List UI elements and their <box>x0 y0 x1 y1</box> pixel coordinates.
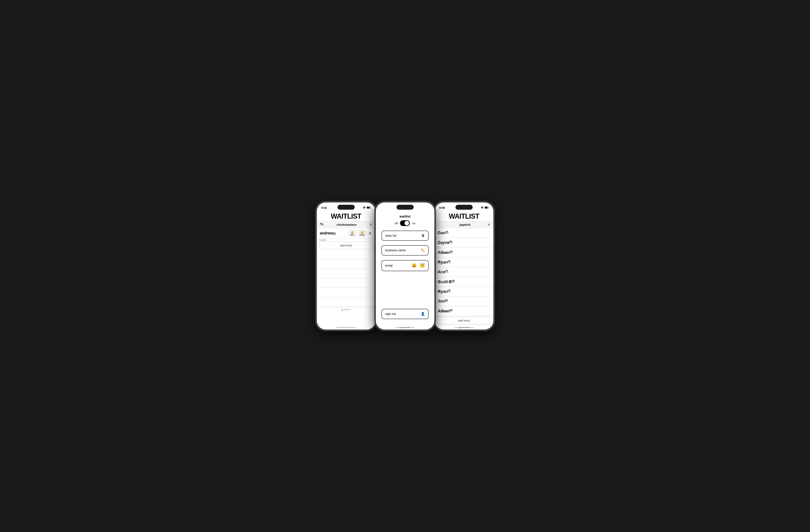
item-name-scottb: Scott B(3) <box>438 279 455 284</box>
business-name-button[interactable]: business name ✏️ <box>382 245 429 256</box>
svg-point-6 <box>482 208 482 209</box>
empty-row-4 <box>317 278 375 288</box>
phone1-time: 5:42 <box>321 206 327 209</box>
phone1-nav-title: chickenpalace <box>337 223 357 226</box>
bell-next-icon: 🔔 <box>351 230 354 233</box>
settings-content: waitlist off on clear list 🗑 <box>376 211 434 325</box>
phone3-shell: 6:58 <box>434 201 495 331</box>
phone3-screen: 6:58 <box>435 203 493 329</box>
phone2-home-indicator <box>395 327 415 328</box>
item-name-aileen1: Aileen(3) <box>438 250 452 255</box>
item-name-aileen2: Aileen(2) <box>438 309 452 313</box>
svg-rect-8 <box>485 207 487 208</box>
toggle-on-label: on <box>412 222 415 225</box>
add-entry-section: 5:40 PM add entry <box>317 238 375 250</box>
phone3-app-title: WAITLIST <box>435 211 493 221</box>
phone2-dynamic-island <box>396 205 414 210</box>
phone1-footer: 🔒 busy.lol <box>317 307 375 312</box>
empty-row-3 <box>317 269 375 278</box>
menu-icon[interactable]: ≡ <box>370 222 372 227</box>
list-item[interactable]: Scott B(3) <box>435 277 493 287</box>
lock-icon: 🔒 <box>341 308 344 310</box>
waitlist-label: waitlist <box>400 215 410 219</box>
phone1-status-icons <box>363 207 371 209</box>
item-name-ace: Ace(7) <box>438 270 448 274</box>
waitlist-toggle-section: waitlist off on <box>395 215 415 226</box>
menu-icon-3[interactable]: ≡ <box>488 222 490 227</box>
phone3-status-icons <box>481 207 489 209</box>
svg-point-0 <box>364 208 364 209</box>
item-name-dan: Dan(3) <box>438 230 448 235</box>
emoji-smile: 😀 <box>411 263 417 268</box>
phone1-dynamic-island <box>338 205 355 210</box>
toggle-off-label: off <box>395 222 398 225</box>
phone1-home-indicator <box>337 327 356 328</box>
item-name-ryan2: Ryan(4) <box>438 289 450 294</box>
svg-rect-2 <box>367 207 370 208</box>
list-item[interactable]: Ryan(4) <box>435 287 493 296</box>
empty-row-2 <box>317 259 375 269</box>
next-button[interactable]: 🔔 next <box>348 230 356 237</box>
waitlist-toggle[interactable] <box>400 220 410 226</box>
phone3-add-entry-box[interactable]: add entry <box>437 317 491 324</box>
toggle-row: off on <box>395 220 415 226</box>
item-name-ryan1: Ryan(3) <box>438 260 450 265</box>
add-entry-time: 5:40 PM <box>319 239 373 241</box>
list-item[interactable]: Ace(7) <box>435 267 493 277</box>
visibility-off-icon <box>320 223 324 226</box>
entry-row-andrew: andrew(2) 🔔 next 🔔 ready 🗑 <box>317 228 375 238</box>
pencil-icon: ✏️ <box>421 248 425 253</box>
phone3-wrapper: 6:58 <box>434 201 495 331</box>
list-item[interactable]: Ryan(3) <box>435 257 493 267</box>
battery-icon-3 <box>485 207 489 209</box>
battery-icon <box>367 207 371 209</box>
phone3-add-entry-section: add entry <box>435 316 493 325</box>
ready-button[interactable]: 🔔 ready <box>358 230 366 237</box>
empty-row-1 <box>317 250 375 259</box>
phone2-screen: 5:42 <box>376 203 434 329</box>
phone3-time: 6:58 <box>439 206 445 209</box>
add-entry-box[interactable]: add entry <box>319 242 373 249</box>
phone3-dynamic-island <box>455 205 473 210</box>
phone3-nav-bar: jagalchi ≡ <box>435 221 493 228</box>
list-item[interactable]: Dan(3) <box>435 228 493 238</box>
phone1-nav-bar: chickenpalace ≡ <box>317 221 375 228</box>
empty-row-6 <box>317 297 375 307</box>
item-name-jon: Jon(4) <box>438 299 448 304</box>
wifi-icon <box>363 207 366 209</box>
bell-ready-icon: 🔔 <box>360 230 363 233</box>
phone3-list-content: Dan(3) Zayne(6) Aileen(3) <box>435 228 493 325</box>
emoji-options: 😀 😇 <box>411 263 425 268</box>
emoji-button[interactable]: emoji 😀 😇 <box>382 260 429 271</box>
emoji-angel: 😇 <box>420 263 425 268</box>
phone2-wrapper: 5:42 <box>375 201 436 331</box>
phone3-home-indicator <box>455 327 474 328</box>
phones-container: 5:42 <box>291 201 519 331</box>
eye-slash-icon[interactable] <box>320 223 324 227</box>
empty-row-5 <box>317 288 375 297</box>
list-item[interactable]: Zayne(6) <box>435 238 493 247</box>
phone2-shell: 5:42 <box>375 201 436 331</box>
entry-name-andrew: andrew(2) <box>320 231 346 235</box>
phone1-app-title: WAITLIST <box>317 211 375 221</box>
list-item[interactable]: Jon(4) <box>435 296 493 306</box>
sign-out-button[interactable]: sign out 👤 <box>382 309 429 319</box>
phone1-wrapper: 5:42 <box>316 201 376 331</box>
item-name-zayne: Zayne(6) <box>438 240 452 245</box>
clear-list-button[interactable]: clear list 🗑 <box>382 231 429 241</box>
person-icon: 👤 <box>421 312 425 316</box>
delete-entry-button[interactable]: 🗑 <box>368 231 372 236</box>
phone1-shell: 5:42 <box>316 201 376 331</box>
list-item[interactable]: Aileen(3) <box>435 248 493 257</box>
phone3-nav-title: jagalchi <box>459 223 470 226</box>
wifi-icon-3 <box>481 207 484 209</box>
phone1-screen: 5:42 <box>317 203 375 329</box>
trash-icon: 🗑 <box>421 233 425 238</box>
list-item[interactable]: Aileen(2) <box>435 306 493 316</box>
